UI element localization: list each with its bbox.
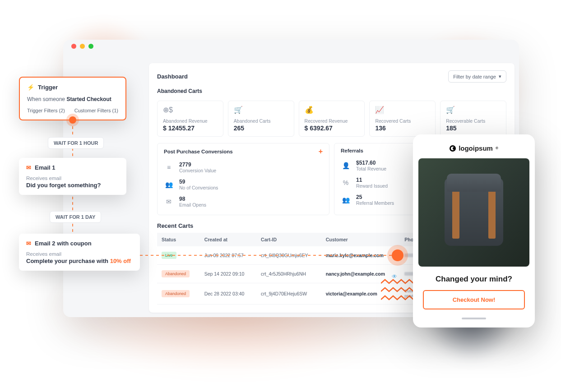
- stat-value: $ 6392.67: [305, 125, 359, 132]
- email-1-sub: Receives email: [26, 175, 119, 181]
- wait-1-day-pill[interactable]: WAIT FOR 1 DAY: [50, 211, 101, 223]
- metric-label: Total Revenue: [356, 166, 386, 171]
- email-preview-card: logoipsum® Changed your mind? Checkout N…: [413, 134, 535, 327]
- people-icon: 👥: [164, 180, 174, 189]
- metric-value: 59: [179, 179, 218, 185]
- conversion-count-row: 👥 59 No of Conversions: [164, 176, 323, 193]
- add-icon[interactable]: +: [319, 148, 323, 155]
- horizontal-connector: [140, 255, 395, 256]
- cart-icon: 🛒: [234, 106, 288, 115]
- filter-label: Filter by date range: [453, 74, 496, 79]
- stat-recoverable-carts[interactable]: 🛒 Recoverable Carts 185: [440, 101, 506, 137]
- flow-start-dot: [69, 116, 76, 124]
- stat-label: Recovered Carts: [375, 118, 430, 124]
- referrals-title: Referrals: [341, 148, 363, 153]
- metric-value: 11: [356, 177, 388, 183]
- preview-headline: Changed your mind?: [413, 275, 535, 284]
- cell-cart-id: crt_9j4D70EHeju6SW: [256, 283, 321, 304]
- window-titlebar: [63, 40, 519, 52]
- metric-label: Email Opens: [179, 202, 206, 208]
- connector-dot: [392, 249, 403, 261]
- email-1-card[interactable]: ✉ Email 1 Receives email Did you forget …: [19, 158, 126, 195]
- col-customer[interactable]: Customer: [321, 233, 400, 246]
- stat-value: 136: [375, 125, 430, 132]
- trigger-card[interactable]: ⚡ Trigger When someone Started Checkout …: [19, 77, 126, 120]
- filter-date-range-button[interactable]: Filter by date range ▾: [448, 70, 506, 83]
- dashboard-title: Dashboard: [157, 73, 188, 80]
- metric-label: No of Conversions: [179, 185, 218, 190]
- user-dollar-icon: 👤: [341, 161, 351, 171]
- metric-label: Conversion Value: [179, 168, 216, 173]
- lightning-icon: ⚡: [27, 84, 34, 91]
- conversions-title: Post Purchase Conversions: [164, 149, 233, 154]
- preview-logo: logoipsum®: [413, 134, 535, 158]
- email-2-card[interactable]: ✉ Email 2 with coupon Receives email Com…: [19, 234, 140, 271]
- conversions-card: Post Purchase Conversions + ≡ 2779 Conve…: [157, 143, 329, 215]
- wait-1-hour-pill[interactable]: WAIT FOR 1 HOUR: [48, 137, 104, 149]
- mail-icon: ✉: [26, 240, 31, 247]
- metric-label: Reward Issued: [356, 183, 388, 189]
- checkout-now-button[interactable]: Checkout Now!: [423, 290, 525, 309]
- stat-value: $ 12455.27: [163, 125, 218, 132]
- chart-up-icon: 📈: [375, 106, 430, 115]
- email-2-title: Email 2 with coupon: [35, 240, 92, 247]
- cell-cart-id: crt_4r5J50HRhju6NH: [256, 265, 321, 283]
- email-2-sub: Receives email: [26, 251, 133, 257]
- metric-value: $517.60: [356, 160, 386, 166]
- stat-value: 265: [234, 125, 288, 132]
- metric-value: 25: [356, 194, 394, 200]
- stat-label: Abandoned Carts: [234, 118, 288, 124]
- customer-filters[interactable]: Customer Filters (1): [74, 108, 118, 113]
- col-status[interactable]: Status: [157, 233, 200, 246]
- recent-carts-title: Recent Carts: [157, 222, 193, 229]
- stat-recovered-carts[interactable]: 📈 Recovered Carts 136: [369, 101, 436, 137]
- trigger-filters[interactable]: Trigger Filters (2): [27, 108, 65, 113]
- conversion-value-row: ≡ 2779 Conversion Value: [164, 159, 323, 176]
- metric-value: 98: [179, 196, 206, 202]
- dollar-icon: ⊕$: [163, 106, 218, 115]
- email-1-subject: Did you forget something?: [26, 182, 119, 189]
- stat-label: Abandoned Revenue: [163, 118, 218, 124]
- col-cart-id[interactable]: Cart-ID: [256, 233, 321, 246]
- stat-label: Recoverable Carts: [446, 118, 501, 124]
- product-image: [418, 158, 529, 267]
- stack-icon: ≡: [164, 162, 174, 172]
- email-2-subject: Complete your purchase with 10% off: [26, 258, 133, 264]
- chevron-down-icon: ▾: [499, 74, 501, 79]
- stat-recovered-revenue[interactable]: 💰 Recovered Revenue $ 6392.67: [299, 101, 365, 137]
- percent-icon: %: [341, 178, 351, 188]
- maximize-window-dot[interactable]: [88, 44, 93, 49]
- stat-abandoned-carts[interactable]: 🛒 Abandoned Carts 265: [228, 101, 294, 137]
- members-icon: 👥: [341, 195, 351, 205]
- status-badge: Abandoned: [162, 270, 190, 277]
- logo-icon: [450, 145, 456, 152]
- close-window-dot[interactable]: [71, 44, 76, 49]
- abandoned-carts-subtitle: Abandoned Carts: [157, 88, 506, 94]
- cell-created: Sep 14 2022 09:10: [200, 265, 256, 283]
- stat-cards-row: ⊕$ Abandoned Revenue $ 12455.27 🛒 Abando…: [157, 101, 506, 137]
- metric-label: Referral Members: [356, 200, 394, 206]
- trigger-description: When someone Started Checkout: [27, 95, 118, 103]
- metric-value: 2779: [179, 161, 216, 168]
- stat-abandoned-revenue[interactable]: ⊕$ Abandoned Revenue $ 12455.27: [157, 101, 223, 137]
- cell-created: Dec 28 2022 03:40: [200, 283, 256, 304]
- col-created[interactable]: Created at: [200, 233, 256, 246]
- home-indicator: [462, 318, 486, 319]
- status-badge: Abandoned: [162, 290, 190, 297]
- email-1-title: Email 1: [35, 164, 56, 171]
- stat-value: 185: [446, 125, 501, 132]
- mail-icon: ✉: [26, 164, 31, 171]
- cart-recoverable-icon: 🛒: [446, 106, 501, 115]
- minimize-window-dot[interactable]: [80, 44, 85, 49]
- email-opens-row: ✉ 98 Email Opens: [164, 193, 323, 210]
- zigzag-decoration: [381, 279, 414, 303]
- money-bag-icon: 💰: [305, 106, 359, 115]
- stat-label: Recovered Revenue: [305, 118, 359, 124]
- trigger-title: Trigger: [38, 84, 58, 91]
- mail-icon: ✉: [164, 197, 174, 207]
